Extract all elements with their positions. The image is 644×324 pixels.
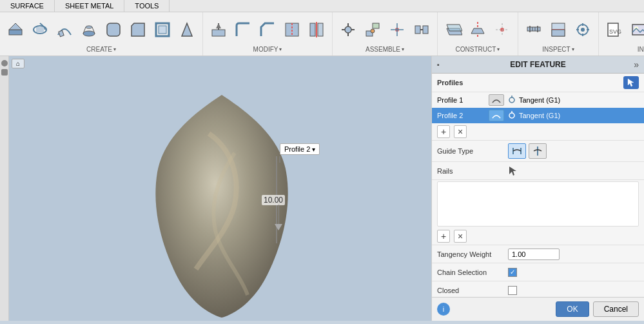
modify-label[interactable]: MODIFY ▾ (253, 46, 282, 53)
profiles-label: Profiles (437, 79, 623, 86)
assemble-label[interactable]: ASSEMBLE ▾ (366, 46, 404, 53)
closed-content (508, 286, 639, 295)
svg-marker-13 (182, 23, 192, 36)
shell-tool[interactable] (151, 18, 174, 41)
joint-tool[interactable] (337, 18, 360, 41)
insert-svg-tool[interactable]: SVG (603, 18, 626, 41)
chain-selection-content (508, 268, 639, 277)
as-built-joint-tool[interactable] (361, 18, 384, 41)
press-pull-tool[interactable] (207, 18, 230, 41)
viewport[interactable]: ⌂ Profile 2 ▾ (9, 56, 431, 321)
insert-icons: SVG (603, 15, 644, 45)
nav-tabs: SURFACE SHEET METAL TOOLS (0, 0, 644, 12)
svg-marker-10 (132, 23, 144, 36)
profile1-tangent: Tangent (G1) (507, 96, 560, 105)
panel-header: ▪ EDIT FEATURE » (432, 56, 644, 74)
nav-tab-surface[interactable]: SURFACE (0, 0, 55, 12)
joint-origin-tool[interactable] (385, 18, 409, 41)
section-analysis-tool[interactable] (547, 18, 570, 41)
profiles-add-btn[interactable]: + (437, 125, 450, 138)
extrude-tool[interactable] (4, 18, 27, 41)
closed-checkbox[interactable] (508, 286, 517, 295)
fillet2-tool[interactable] (231, 18, 255, 41)
point-tool[interactable] (491, 18, 514, 41)
svg-point-74 (509, 97, 514, 103)
rails-area (437, 181, 639, 227)
construct-icons (442, 15, 514, 45)
closed-row: Closed (432, 281, 644, 297)
toolbar-section-modify: MODIFY ▾ (203, 12, 333, 56)
profiles-remove-btn[interactable]: × (454, 125, 467, 138)
svg-rect-9 (107, 23, 120, 36)
profiles-select-icon[interactable] (623, 76, 639, 89)
guide-type-centerline-btn[interactable] (529, 143, 547, 159)
split-body-tool[interactable] (305, 18, 328, 41)
svg-rect-14 (212, 30, 225, 36)
inspect-label[interactable]: INSPECT ▾ (542, 46, 574, 53)
toolbar-section-assemble: ASSEMBLE ▾ (333, 12, 438, 56)
svg-point-6 (86, 26, 92, 28)
profiles-header: Profiles (432, 74, 644, 92)
svg-rect-4 (59, 30, 64, 37)
rails-add-btn[interactable]: + (437, 230, 450, 243)
profile2-label[interactable]: Profile 2 ▾ (280, 143, 320, 155)
measure-tool[interactable] (522, 18, 545, 41)
rails-label: Rails (437, 167, 508, 175)
profiles-add-remove: + × (432, 123, 644, 141)
nav-tab-sheet-metal[interactable]: SHEET METAL (55, 0, 124, 12)
svg-rect-12 (159, 26, 166, 34)
profile2-dropdown[interactable]: ▾ (312, 146, 315, 153)
toolbar-section-inspect: INSPECT ▾ (518, 12, 599, 56)
modify-icons (207, 15, 328, 45)
loft-tool[interactable] (77, 18, 101, 41)
profile2-entry[interactable]: Profile 2 Tangent (G1) (432, 108, 644, 123)
chamfer2-tool[interactable] (256, 18, 279, 41)
offset-plane-tool[interactable] (442, 18, 465, 41)
cancel-button[interactable]: Cancel (593, 301, 639, 317)
sidebar-toggle[interactable] (1, 60, 8, 66)
rails-remove-btn[interactable]: × (454, 230, 467, 243)
chamfer-tool[interactable] (126, 18, 150, 41)
modify-dropdown-arrow: ▾ (279, 46, 282, 52)
guide-type-rails-btn[interactable] (508, 143, 526, 159)
panel-expand-icon[interactable]: » (634, 59, 639, 70)
toolbar-section-create: CREATE ▾ (0, 12, 203, 56)
ok-button[interactable]: OK (556, 301, 589, 317)
sidebar-icon2[interactable] (1, 69, 8, 76)
create-dropdown-arrow: ▾ (113, 46, 116, 52)
tangency-weight-content (508, 248, 639, 260)
svg-marker-36 (447, 25, 462, 31)
svg-rect-49 (552, 30, 565, 36)
construct-label[interactable]: CONSTRUCT ▾ (456, 46, 500, 53)
nav-tab-tools[interactable]: TOOLS (124, 0, 170, 12)
panel-footer: i OK Cancel (432, 297, 644, 321)
info-icon[interactable]: i (437, 303, 450, 316)
rigid-group-tool[interactable] (410, 18, 433, 41)
tangency-weight-input[interactable] (508, 248, 560, 260)
svg-marker-81 (509, 167, 516, 176)
insert-image-tool[interactable] (627, 18, 644, 41)
svg-rect-0 (9, 30, 22, 35)
revolve-tool[interactable] (28, 18, 52, 41)
profile1-entry-name: Profile 1 (437, 96, 489, 104)
display-settings-tool[interactable] (571, 18, 594, 41)
create-icons (4, 15, 199, 45)
svg-marker-73 (628, 79, 634, 86)
insert-label[interactable]: INSERT ▾ (638, 46, 644, 53)
chain-selection-label: Chain Selection (437, 268, 508, 276)
draft-tool[interactable] (175, 18, 199, 41)
toolbar-section-insert: SVG INSERT ▾ (599, 12, 644, 56)
axis-tool[interactable] (466, 18, 489, 41)
rails-cursor (508, 166, 639, 176)
chain-selection-checkbox[interactable] (508, 268, 517, 277)
assemble-dropdown-arrow: ▾ (402, 46, 404, 52)
home-view-tab[interactable]: ⌂ (12, 59, 24, 68)
split-face-tool[interactable] (280, 18, 304, 41)
fillet-tool[interactable] (102, 18, 125, 41)
closed-label: Closed (437, 287, 508, 294)
panel-collapse-icon[interactable]: ▪ (437, 61, 440, 68)
svg-point-76 (509, 113, 514, 118)
profile1-entry[interactable]: Profile 1 Tangent (G1) (432, 92, 644, 108)
create-label[interactable]: CREATE ▾ (86, 46, 116, 53)
sweep-tool[interactable] (53, 18, 76, 41)
